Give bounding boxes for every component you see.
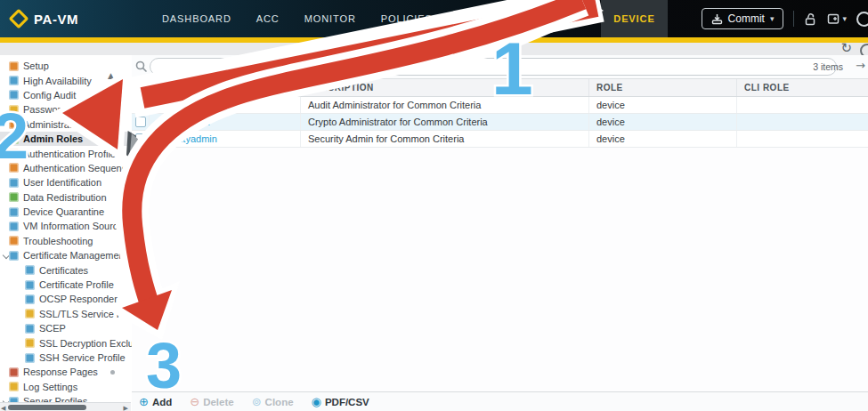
sidebar-item-ssl-decryption-exclusion[interactable]: SSL Decryption Exclusion	[0, 335, 132, 350]
clone-circle-icon: ⊚	[252, 395, 262, 408]
config-audit-icon	[9, 90, 19, 100]
sidebar-item-ssl-tls-service-profile[interactable]: SSL/TLS Service Profile	[0, 307, 132, 321]
row-description: Security Admin for Common Criteria	[301, 131, 589, 147]
row-cli-role	[737, 114, 868, 130]
refresh-icon[interactable]: ↻	[840, 40, 852, 56]
table-row[interactable]: cryptoadmin Crypto Administrator for Com…	[132, 114, 868, 131]
sidebar-item-log-settings[interactable]: Log Settings	[0, 380, 132, 394]
admin-name-link[interactable]: securityadmin	[157, 133, 217, 144]
certificates-icon	[25, 265, 35, 275]
col-description: DESCRIPTION	[301, 79, 589, 96]
config-save-icon[interactable]: ▾	[827, 12, 847, 26]
delete-button[interactable]: ⊖Delete	[190, 395, 233, 408]
col-cli-role: CLI ROLE	[737, 79, 868, 96]
search-icon	[135, 60, 148, 73]
ssh-service-profile-icon	[25, 353, 35, 363]
sidebar-item-certificates[interactable]: Certificates	[0, 262, 132, 277]
pan-logo-icon	[9, 9, 29, 29]
col-checkbox	[132, 79, 150, 96]
horizontal-scrollbar[interactable]: ◀ ▶	[0, 402, 131, 411]
main-tabs: DASHBOARD ACC MONITOR POLICIES OBJECTS N…	[150, 0, 668, 37]
clone-button[interactable]: ⊚Clone	[252, 395, 294, 408]
sidebar-item-certificate-management[interactable]: Certificate Management	[0, 248, 132, 262]
items-count: 3 items	[813, 61, 843, 72]
next-page-icon[interactable]: →	[856, 59, 865, 72]
commit-icon	[711, 13, 723, 25]
response-pages-icon	[9, 367, 19, 377]
sidebar-item-device-quarantine[interactable]: Device Quarantine	[0, 205, 132, 219]
authentication-sequence-icon	[9, 163, 19, 173]
row-cli-role	[737, 97, 868, 113]
sidebar-list: Setup High Availability Config Audit Pas…	[0, 55, 132, 411]
certificate-management-icon	[9, 251, 19, 261]
table-row[interactable]: securityadmin Security Admin for Common …	[132, 131, 868, 148]
plus-circle-icon: ⊕	[139, 395, 149, 408]
horizontal-scrollbar-thumb[interactable]	[8, 405, 86, 410]
tab-dashboard[interactable]: DASHBOARD	[150, 0, 244, 37]
row-checkbox[interactable]	[135, 100, 146, 110]
search-input[interactable]	[150, 58, 837, 76]
vertical-scrollbar-thumb[interactable]	[110, 84, 116, 102]
authentication-profile-icon	[9, 149, 19, 158]
sidebar-item-password-profiles[interactable]: Password Profiles	[0, 102, 132, 117]
ssl-tls-service-profile-icon	[25, 309, 35, 318]
add-button[interactable]: ⊕Add	[139, 395, 172, 408]
sidebar-item-troubleshooting[interactable]: Troubleshooting	[0, 234, 132, 248]
commit-label: Commit	[728, 12, 765, 25]
password-profiles-icon	[9, 105, 19, 115]
app-title: PA-VM	[34, 12, 78, 27]
scroll-right-icon[interactable]: ▶	[124, 405, 128, 411]
admin-name-link[interactable]: cryptoadmin	[157, 117, 210, 127]
sidebar-item-certificate-profile[interactable]: Certificate Profile	[0, 278, 132, 292]
sidebar-item-administrators[interactable]: Administrators	[0, 117, 132, 132]
ocsp-responder-icon	[25, 294, 35, 304]
table-row[interactable]: Audit Administrator for Common Criteria …	[132, 97, 868, 114]
tab-monitor[interactable]: MONITOR	[292, 0, 369, 37]
scroll-up-icon[interactable]: ▲	[108, 71, 114, 80]
divider	[793, 11, 794, 27]
row-role: device	[589, 97, 737, 113]
chevron-down-icon: ▾	[842, 14, 847, 23]
row-cli-role	[737, 131, 868, 147]
page-body: ↻ Setup High Availability Config Audit P…	[0, 43, 868, 411]
status-dot-icon	[110, 370, 115, 375]
tab-network[interactable]: NETWORK	[521, 0, 602, 37]
brand: PA-VM	[12, 0, 78, 37]
sidebar-item-user-identification[interactable]: User Identification	[0, 175, 132, 189]
help-icon[interactable]	[856, 12, 868, 27]
tab-device[interactable]: DEVICE	[601, 0, 667, 37]
administrators-icon	[9, 119, 19, 129]
admin-roles-icon	[9, 134, 19, 144]
scep-icon	[25, 324, 35, 334]
col-role: ROLE	[589, 79, 737, 96]
sidebar-item-ocsp-responder[interactable]: OCSP Responder	[0, 292, 132, 306]
device-quarantine-icon	[9, 207, 19, 217]
sidebar-item-data-redistribution[interactable]: Data Redistribution	[0, 190, 132, 205]
content-panel: 3 items → DESCRIPTION ROLE CLI ROLE Audi…	[132, 55, 868, 411]
sidebar-item-response-pages[interactable]: Response Pages	[0, 365, 132, 379]
high-availability-icon	[9, 76, 19, 85]
scroll-left-icon[interactable]: ◀	[1, 405, 5, 411]
pdf-csv-button[interactable]: ◉PDF/CSV	[312, 395, 369, 408]
pa-vm-window: PA-VM DASHBOARD ACC MONITOR POLICIES OBJ…	[0, 0, 868, 411]
action-bar: ⊕Add ⊖Delete ⊚Clone ◉PDF/CSV	[132, 391, 868, 411]
sidebar: Setup High Availability Config Audit Pas…	[0, 55, 133, 411]
row-description: Crypto Administrator for Common Criteria	[301, 114, 589, 130]
tab-policies[interactable]: POLICIES	[369, 0, 445, 37]
commit-button[interactable]: Commit ▾	[702, 8, 784, 29]
sidebar-item-vm-information-sources[interactable]: VM Information Sources	[0, 219, 132, 233]
sidebar-item-authentication-sequence[interactable]: Authentication Sequence	[0, 161, 132, 175]
unlock-icon[interactable]	[804, 12, 817, 26]
sidebar-item-admin-roles[interactable]: Admin Roles	[0, 132, 132, 146]
tab-objects[interactable]: OBJECTS	[445, 0, 521, 37]
tab-acc[interactable]: ACC	[244, 0, 292, 37]
sidebar-item-authentication-profile[interactable]: Authentication Profile	[0, 146, 132, 160]
minus-circle-icon: ⊖	[190, 395, 199, 408]
top-nav: PA-VM DASHBOARD ACC MONITOR POLICIES OBJ…	[0, 0, 868, 37]
sidebar-item-scep[interactable]: SCEP	[0, 321, 132, 335]
sidebar-item-ssh-service-profile[interactable]: SSH Service Profile	[0, 351, 132, 365]
ssl-decryption-exclusion-icon	[25, 338, 35, 348]
row-checkbox[interactable]	[135, 117, 146, 127]
setup-icon	[9, 61, 19, 71]
col-name	[150, 79, 301, 96]
